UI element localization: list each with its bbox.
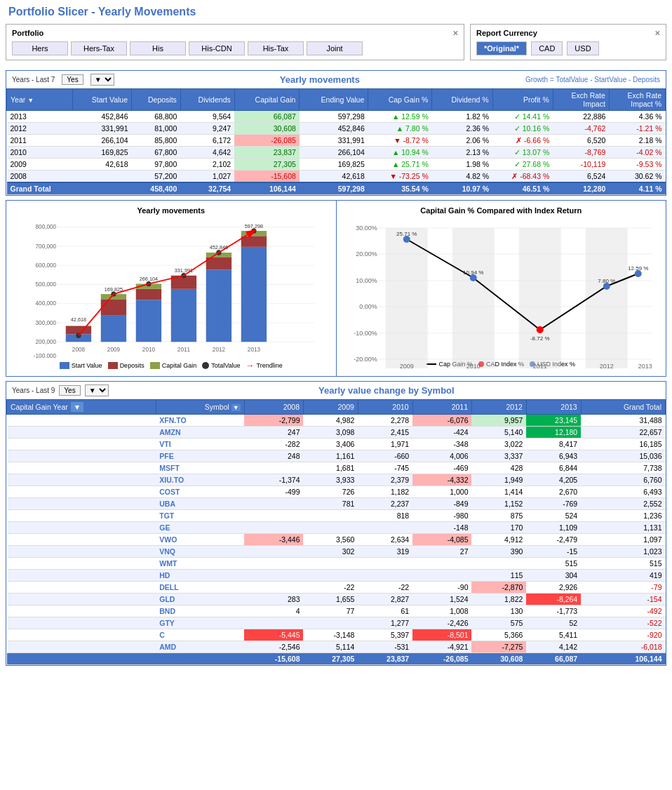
svg-text:2013: 2013	[638, 363, 652, 370]
capital-gain-year-label: Capital Gain Year	[11, 403, 68, 411]
svg-text:2012: 2012	[213, 347, 226, 353]
svg-text:10.00%: 10.00%	[356, 277, 377, 284]
svg-text:12.59 %: 12.59 %	[628, 265, 648, 272]
svg-text:300,000: 300,000	[36, 320, 57, 326]
svg-rect-19	[101, 299, 126, 315]
yearly-movements-table: Year ▼ Start Value Deposits Dividends Ca…	[6, 88, 666, 195]
svg-rect-63	[518, 228, 560, 368]
svg-text:2009: 2009	[107, 347, 121, 353]
bar-chart-panel: Yearly movements 800,000 700,000 600,000…	[6, 201, 337, 376]
charts-section: Yearly movements 800,000 700,000 600,000…	[6, 200, 666, 377]
years-filter-yes[interactable]: Yes	[62, 74, 83, 85]
svg-text:2010: 2010	[466, 363, 480, 370]
svg-text:800,000: 800,000	[36, 224, 57, 230]
cg-chart-svg: 30.00% 20.00% 10.00% 0.00% -10.00% -20.0…	[342, 217, 661, 372]
svg-text:-8.72 %: -8.72 %	[530, 335, 549, 342]
years-filter-label: Years - Last 7	[12, 76, 55, 83]
svg-text:266,104: 266,104	[140, 276, 158, 282]
portfolio-btn-his-tax[interactable]: His-Tax	[248, 41, 304, 55]
svg-text:2008: 2008	[72, 347, 86, 353]
svg-rect-64	[585, 228, 627, 368]
symbol-section: Years - Last 9 Yes ▼ Yearly value change…	[6, 381, 666, 666]
sym-years-select[interactable]: ▼	[85, 384, 109, 396]
svg-rect-38	[241, 236, 267, 246]
svg-text:-10.00%: -10.00%	[354, 330, 377, 337]
svg-text:700,000: 700,000	[36, 243, 57, 250]
portfolio-label: Portfolio	[12, 29, 43, 37]
svg-text:2009: 2009	[399, 363, 413, 370]
svg-text:30.00%: 30.00%	[356, 225, 377, 232]
svg-rect-24	[136, 289, 161, 300]
svg-text:2012: 2012	[599, 363, 613, 370]
svg-text:10.94 %: 10.94 %	[463, 269, 483, 276]
currency-icon: ✕	[654, 29, 660, 37]
svg-rect-61	[385, 228, 427, 368]
portfolio-btn-joint[interactable]: Joint	[307, 41, 363, 55]
portfolio-btn-his-cdn[interactable]: His-CDN	[189, 41, 245, 55]
symbol-section-title: Yearly value change by Symbol	[113, 385, 660, 396]
svg-text:42,618: 42,618	[71, 316, 86, 323]
svg-text:169,825: 169,825	[105, 286, 123, 293]
cg-chart-panel: Capital Gain % Compared with Index Retur…	[337, 201, 666, 376]
bar-chart-legend: Start Value Deposits Capital Gain TotalV…	[12, 361, 330, 370]
svg-text:2010: 2010	[142, 347, 156, 353]
svg-text:452,846: 452,846	[210, 244, 228, 250]
currency-btn-cad[interactable]: CAD	[531, 41, 563, 55]
svg-text:20.00%: 20.00%	[356, 250, 377, 257]
svg-text:2011: 2011	[177, 347, 191, 353]
currency-label: Report Currency	[476, 29, 537, 37]
years-filter-select[interactable]: ▼	[90, 74, 114, 86]
cg-chart-title: Capital Gain % Compared with Index Retur…	[342, 206, 661, 215]
svg-text:500,000: 500,000	[36, 281, 57, 288]
sym-years-label: Years - Last 9	[12, 387, 55, 394]
bar-chart-title: Yearly movements	[12, 206, 330, 215]
svg-text:0.00%: 0.00%	[359, 303, 377, 310]
portfolio-btn-hers-tax[interactable]: Hers-Tax	[71, 41, 127, 55]
bar-chart-svg: 800,000 700,000 600,000 500,000 400,000 …	[12, 217, 330, 358]
svg-text:-100,000: -100,000	[34, 353, 57, 358]
yearly-movements-subtitle: Growth = TotalValue - StartValue - Depos…	[525, 76, 660, 83]
currency-btn-original[interactable]: *Original*	[476, 41, 527, 55]
currency-btn-usd[interactable]: USD	[567, 41, 598, 55]
portfolio-btn-his[interactable]: His	[130, 41, 186, 55]
portfolio-icon: ✕	[452, 29, 458, 37]
sym-years-yes[interactable]: Yes	[59, 385, 80, 396]
portfolio-buttons: Hers Hers-Tax His His-CDN His-Tax Joint	[12, 41, 458, 55]
svg-rect-18	[101, 315, 126, 342]
svg-text:2011: 2011	[532, 363, 546, 370]
yearly-movements-section: Years - Last 7 Yes ▼ Yearly movements Gr…	[6, 70, 666, 196]
svg-text:-20.00%: -20.00%	[354, 356, 377, 363]
svg-rect-32	[206, 270, 231, 342]
svg-text:600,000: 600,000	[36, 262, 57, 269]
svg-text:7.80 %: 7.80 %	[598, 278, 615, 284]
svg-text:200,000: 200,000	[36, 339, 57, 345]
svg-text:597,298: 597,298	[245, 223, 263, 229]
svg-rect-62	[452, 228, 494, 368]
yearly-movements-title: Yearly movements	[121, 74, 518, 85]
svg-rect-37	[241, 247, 267, 342]
bar-chart-area: 800,000 700,000 600,000 500,000 400,000 …	[12, 217, 330, 358]
svg-rect-23	[136, 300, 161, 342]
svg-point-67	[536, 326, 543, 333]
svg-text:25.71 %: 25.71 %	[396, 231, 417, 237]
cg-chart-area: 30.00% 20.00% 10.00% 0.00% -10.00% -20.0…	[342, 217, 661, 358]
svg-text:400,000: 400,000	[36, 300, 57, 307]
portfolio-box: Portfolio ✕ Hers Hers-Tax His His-CDN Hi…	[6, 24, 464, 60]
portfolio-btn-hers[interactable]: Hers	[12, 41, 68, 55]
page-title: Portfolio Slicer - Yearly Movements	[0, 0, 672, 21]
currency-box: Report Currency ✕ *Original* CAD USD	[470, 24, 666, 60]
svg-rect-28	[171, 289, 196, 342]
cap-gain-dropdown-icon[interactable]: ▼	[71, 402, 83, 412]
svg-text:2013: 2013	[248, 347, 261, 353]
currency-buttons: *Original* CAD USD	[476, 41, 660, 55]
symbol-table: Capital Gain Year ▼ Symbol ▼ 2008 2009 2…	[6, 399, 666, 665]
